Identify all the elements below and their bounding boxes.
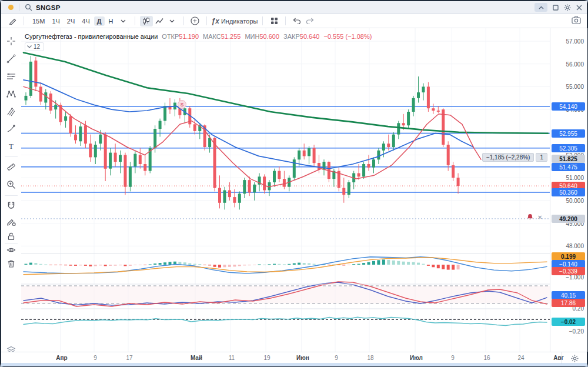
time-axis-label: 9 xyxy=(335,355,338,361)
split-marker[interactable]: S xyxy=(178,100,186,109)
symbol-legend: Сургутнефтегаз - привилегированные акции… xyxy=(25,33,372,40)
sidebar-tool-text-icon[interactable]: T xyxy=(6,141,16,151)
time-axis[interactable]: Апр917Май1119Июн918Июл91624Авг xyxy=(1,352,587,364)
title-bar: SNGSP xyxy=(1,1,587,14)
alert-bell-icon[interactable] xyxy=(527,213,533,221)
line-style-icon[interactable] xyxy=(153,16,166,26)
price-badge-teal: −0.02 xyxy=(552,318,585,326)
axis-settings-gear-icon[interactable] xyxy=(562,352,587,364)
change-value: −0.555 (−1.08%) xyxy=(323,33,372,40)
time-axis-label: Июл xyxy=(410,355,423,361)
measure-tooltip: −1,185 (−2,28%) 1 xyxy=(482,153,547,162)
close-value: 50.640 xyxy=(300,33,320,40)
trading-terminal-window: SNGSP 15M 1Ч 2Ч 4Ч Д Н ƒx Индикаторы xyxy=(0,0,588,367)
layout-grid-icon[interactable] xyxy=(268,16,280,26)
sidebar-separator xyxy=(5,195,18,196)
sidebar-tool-magnet-icon[interactable] xyxy=(6,201,16,211)
time-axis-label: 17 xyxy=(126,355,132,361)
drawing-tools-sidebar: T xyxy=(1,28,22,363)
screenshot-camera-icon[interactable] xyxy=(572,16,581,24)
price-badge-blue: 52.305 xyxy=(552,144,585,152)
price-badge-blue: 40.15 xyxy=(552,291,585,299)
price-axis[interactable]: 57.00056.00055.00054.00053.00052.00051.0… xyxy=(550,28,587,352)
edit-pencil-icon[interactable] xyxy=(6,16,19,26)
time-axis-label: Апр xyxy=(56,355,67,361)
alert-close-icon[interactable]: ✕ xyxy=(537,214,542,221)
price-badge-gray: 49.200 xyxy=(552,215,585,223)
redo-icon[interactable] xyxy=(303,16,316,26)
price-badge-gray: 51.825 xyxy=(552,155,585,163)
price-badge-blue: 54.140 xyxy=(552,102,585,111)
sidebar-tool-pitchfork-icon[interactable] xyxy=(6,107,16,116)
sidebar-tool-hide-drawings-icon[interactable] xyxy=(6,245,16,255)
search-icon[interactable] xyxy=(25,4,32,11)
price-badge-red: 17.86 xyxy=(552,299,585,307)
main-toolbar: 15M 1Ч 2Ч 4Ч Д Н ƒx Индикаторы xyxy=(1,14,587,28)
maximize-button[interactable] xyxy=(553,5,559,11)
undo-icon[interactable] xyxy=(290,16,303,26)
timeframe-4h[interactable]: 4Ч xyxy=(79,16,92,26)
sidebar-tool-ruler-icon[interactable] xyxy=(6,162,16,172)
sidebar-tool-brush-icon[interactable] xyxy=(6,124,16,134)
timeframe-2h[interactable]: 2Ч xyxy=(64,16,78,26)
style-chevron-down-icon[interactable] xyxy=(166,16,179,26)
price-badge-red: −0.339 xyxy=(552,267,585,275)
price-axis-label: 55.000 xyxy=(566,84,584,90)
symbol-search-value[interactable]: SNGSP xyxy=(36,4,61,11)
sidebar-tool-lock-drawings-icon[interactable] xyxy=(6,232,16,241)
candlestick-style-icon[interactable] xyxy=(140,16,153,26)
svg-text:T: T xyxy=(9,142,14,151)
settings-gear-icon[interactable] xyxy=(564,4,571,11)
price-alert-widget: ✕ xyxy=(527,213,542,221)
time-axis-label: Май xyxy=(191,355,202,361)
time-axis-label: 9 xyxy=(451,355,455,361)
app-dot-icon xyxy=(8,5,14,10)
price-badge-blue: 52.955 xyxy=(552,129,585,138)
price-badge-orange: 0.199 xyxy=(552,252,585,261)
time-axis-label: 24 xyxy=(517,355,524,361)
price-axis-label: 48.000 xyxy=(566,243,584,249)
time-axis-label: 18 xyxy=(367,355,373,361)
price-chart-svg[interactable] xyxy=(21,28,550,352)
sidebar-tool-drawing-mode-icon[interactable] xyxy=(6,217,16,226)
high-value: 51.255 xyxy=(221,33,241,40)
low-value: 50.600 xyxy=(259,33,279,40)
measure-tooltip-text: −1,185 (−2,28%) xyxy=(482,153,534,162)
indicators-button[interactable]: Индикаторы xyxy=(221,18,258,25)
timeframe-15m[interactable]: 15M xyxy=(29,16,48,26)
price-axis-label: 57.000 xyxy=(566,38,584,45)
sidebar-tool-parallel-channel-icon[interactable] xyxy=(6,72,16,81)
timeframe-chevron-down-icon[interactable] xyxy=(117,16,130,26)
price-badge-blue: 51.475 xyxy=(552,163,585,171)
sidebar-tool-trend-line-icon[interactable] xyxy=(6,54,16,64)
time-axis-label: 11 xyxy=(229,355,235,361)
legend-title: Сургутнефтегаз - привилегированные акции xyxy=(25,33,158,40)
measure-tooltip-badge: 1 xyxy=(536,153,547,162)
sidebar-tool-remove-drawings-icon[interactable] xyxy=(6,259,16,268)
sidebar-tool-zoom-in-icon[interactable] xyxy=(6,180,16,189)
sidebar-separator xyxy=(5,156,18,157)
sidebar-tool-crosshair-icon[interactable] xyxy=(6,36,16,46)
timeframe-1h[interactable]: 1Ч xyxy=(49,16,62,26)
indicator-collapse-chip[interactable]: 12 xyxy=(25,42,44,51)
window-bottom-strip xyxy=(1,363,587,366)
price-badge-blue: 50.360 xyxy=(552,188,585,196)
open-value: 51.190 xyxy=(179,33,199,40)
fx-icon[interactable]: ƒx xyxy=(212,17,219,25)
indicator-count: 12 xyxy=(34,44,40,50)
price-axis-label: 56.000 xyxy=(566,61,584,68)
compare-add-icon[interactable] xyxy=(189,16,202,26)
price-axis-label: 51.000 xyxy=(566,175,584,181)
time-axis-label: 19 xyxy=(263,355,270,361)
sidebar-tool-xabcd-pattern-icon[interactable] xyxy=(6,89,16,99)
time-axis-label: Июн xyxy=(296,355,309,361)
time-axis-label: 16 xyxy=(483,355,490,361)
timeframe-week[interactable]: Н xyxy=(106,16,116,26)
chart-canvas[interactable]: Сургутнефтегаз - привилегированные акции… xyxy=(21,28,550,352)
collapse-panel-button[interactable] xyxy=(534,3,547,12)
time-axis-label: 9 xyxy=(93,355,97,361)
timeframe-day-selected[interactable]: Д xyxy=(94,16,105,26)
price-axis-label: 50.000 xyxy=(566,198,584,204)
close-button[interactable] xyxy=(576,5,582,11)
price-axis-label: −0.20 xyxy=(569,328,584,335)
